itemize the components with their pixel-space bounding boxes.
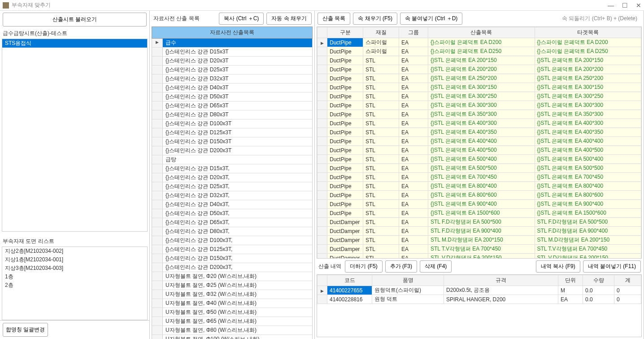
grid-row[interactable]: DuctPipeSTLEA{}STL 은폐덕트 EA 400*300{}STL … [318,119,641,128]
fill-button[interactable]: 속 채우기 (F5) [353,13,397,25]
grid-row[interactable]: DuctPipeSTLEA{}STL 은폐덕트 EA 350*300{}STL … [318,110,641,119]
grid-row[interactable]: DuctPipeSTLEA{}STL 은폐덕트 EA 900*400{}STL … [318,200,641,209]
grid-header[interactable]: 그룹 [399,27,428,38]
dict-list-row[interactable]: {}스테인리스 강관 D125x3T, [152,245,312,254]
dict-list-row[interactable]: 급수 [152,39,312,48]
dict-list-row[interactable]: {}스테인리스 강관 D65x3T, [152,218,312,227]
dict-list-row[interactable]: {}스테인리스 강관 D25x3T, [152,182,312,191]
detail-header[interactable]: 품명 [372,275,444,286]
detail-grid-wrap[interactable]: 코드품명규격단위수량계 41400227655원형덕트(스파이럴)D200x0.… [317,274,642,337]
close-button[interactable]: ✕ [636,2,641,9]
grid-row[interactable]: DuctPipeSTLEA{}STL 은폐덕트 EA 250*200{}STL … [318,74,641,83]
grid-row[interactable]: DuctPipeSTLEA{}STL 은폐덕트 EA 800*600{}STL … [318,191,641,200]
dict-list-row[interactable]: {}스테인리스 강관 D40x3T, [152,200,312,209]
detail-header[interactable]: 단위 [558,275,583,286]
detail-header[interactable]: 코드 [327,275,372,286]
dict-list-row[interactable]: {}스테인리스 강관 D32x3T, [152,191,312,200]
grid-row[interactable]: DuctPipeSTLEA{}STL 은폐덕트 EA 500*400{}STL … [318,155,641,164]
grid-row[interactable]: DuctPipeSTLEA{}STL 은폐덕트 EA 200*200{}STL … [318,65,641,74]
dict-list-row[interactable]: {}스테인리스 강관 D50x3T, [152,209,312,218]
autofill-button[interactable]: 자동 속 채우기 [266,13,312,25]
dict-list-row[interactable]: U자형볼트 절연, Φ20 (W/스리브,내화) [152,272,312,281]
grid-row[interactable]: DuctPipeSTLEA{}STL 은폐덕트 EA 400*350{}STL … [318,128,641,137]
dict-list-row[interactable]: {}스테인리스 강관 D80x3T, [152,227,312,236]
minimize-button[interactable]: — [608,2,614,9]
dict-list-row[interactable]: U자형볼트 절연, Φ25 (W/스리브,내화) [152,281,312,290]
grid-row[interactable]: DuctPipe스파이럴EA{}스파이럴 은폐덕트 EA D200{}스파이럴 … [318,38,641,47]
dict-list-row[interactable]: {}스테인리스 강관 D50x3T [152,92,312,101]
grid-row[interactable]: DuctPipeSTLEA{}STL 은폐덕트 EA 400*500{}STL … [318,146,641,155]
grid-row[interactable]: DuctPipe스파이럴EA{}스파이럴 은폐덕트 EA D250{}스파이럴 … [318,47,641,56]
maximize-button[interactable]: ☐ [622,2,628,9]
grid-row[interactable]: DuctDamperSTLEASTL V.D각형댐퍼 EA 200*150STL… [318,254,641,259]
grid-row[interactable]: DuctDamperSTLEASTL F.D각형댐퍼 EA 900*400STL… [318,227,641,236]
grid-row[interactable]: DuctDamperSTLEASTL M.D각형댐퍼 EA 200*150STL… [318,236,641,245]
main-grid: 구분재질그룹산출목록타겟목록 DuctPipe스파이럴EA{}스파이럴 은폐덕트… [317,27,641,259]
grid-header[interactable]: 구분 [327,27,363,38]
grid-row[interactable]: DuctPipeSTLEA{}STL 은폐덕트 EA 700*450{}STL … [318,173,641,182]
dict-list-row[interactable]: U자형볼트 절연, Φ100 (W/스리브,내화) [152,335,312,339]
grid-row[interactable]: DuctPipeSTLEA{}STL 은폐덕트 EA 400*400{}STL … [318,137,641,146]
grid-row[interactable]: DuctDamperSTLEASTL F.D각형댐퍼 EA 500*500STL… [318,218,641,227]
dict-list-row[interactable]: U자형볼트 절연, Φ80 (W/스리브,내화) [152,326,312,335]
detail-row[interactable]: 41400228816원형 덕트SPIRAL HANGER, D200EA0.0… [318,295,641,304]
dict-list-row[interactable]: U자형볼트 절연, Φ32 (W/스리브,내화) [152,290,312,299]
dict-list-row[interactable]: {}스테인리스 강관 D20x3T, [152,173,312,182]
detail-append-button[interactable]: 추가 (F3) [385,260,417,273]
dict-list-row[interactable]: 급탕 [152,155,312,164]
drawing-list-item[interactable]: 지상3층[M2102034-003] [2,264,147,273]
grid-row[interactable]: DuctPipeSTLEA{}STL 은폐덕트 EA 200*150{}STL … [318,56,641,65]
rename-batch-button[interactable]: 합명칭 일괄변경 [3,323,48,337]
dict-list-row[interactable]: {}스테인리스 강관 D200x3T, [152,263,312,272]
dict-list-row[interactable]: {}스테인리스 강관 D100x3T, [152,236,312,245]
output-list-button[interactable]: 산출 목록 [318,13,350,25]
grid-header[interactable]: 타겟목록 [535,27,641,38]
sheet-tree-item[interactable]: STS용접식 [2,39,147,48]
drawing-list-item[interactable]: 1층 [2,273,147,281]
grid-row[interactable]: DuctPipeSTLEA{}STL 은폐덕트 EA 300*300{}STL … [318,101,641,110]
dict-list-row[interactable]: {}스테인리스 강관 D25x3T [152,66,312,75]
grid-row[interactable]: DuctPipeSTLEA{}STL 은폐덕트 EA 300*250{}STL … [318,92,641,101]
dict-list-row[interactable]: {}스테인리스 강관 D40x3T [152,84,312,92]
dict-list-row[interactable]: {}스테인리스 강관 D80x3T [152,110,312,119]
dict-list-row[interactable]: {}스테인리스 강관 D150x3T, [152,254,312,263]
paste-attr-button[interactable]: 속 붙여넣기 (Ctrl ＋D) [400,13,462,25]
drawing-list-item[interactable]: 2층 [2,281,147,290]
detail-header[interactable]: 수량 [583,275,614,286]
dict-list-row[interactable]: {}스테인리스 강관 D32x3T [152,75,312,84]
grid-row[interactable]: DuctDamperSTLEASTL T.V각형댐퍼 EA 700*450STL… [318,245,641,254]
detail-row[interactable]: 41400227655원형덕트(스파이럴)D200x0.5t, 공조용M0.00 [318,286,641,295]
dict-list-row[interactable]: U자형볼트 절연, Φ50 (W/스리브,내화) [152,308,312,317]
dict-list-header: 자료사전 산출목록 [152,26,313,39]
detail-paste-button[interactable]: 내역 붙여넣기 (F11) [583,260,641,273]
grid-row[interactable]: DuctPipeSTLEA{}STL 은폐덕트 EA 800*400{}STL … [318,182,641,191]
dict-list-row[interactable]: {}스테인리스 강관 D20x3T [152,57,312,66]
main-grid-wrap[interactable]: 구분재질그룹산출목록타겟목록 DuctPipe스파이럴EA{}스파이럴 은폐덕트… [317,26,642,259]
detail-header[interactable]: 규격 [444,275,558,286]
grid-header[interactable]: 산출목록 [428,27,535,38]
drawing-list[interactable]: 지상2층[M2102034-002]지상1층[M2102034-001]지상3층… [2,247,148,320]
copy-button[interactable]: 복사 (Ctrl ＋C) [219,13,264,25]
dict-list-row[interactable]: {}스테인리스 강관 D15x3T, [152,164,312,173]
drawing-list-item[interactable]: 지상2층[M2102034-002] [2,247,147,255]
dict-list-row[interactable]: {}스테인리스 강관 D15x3T [152,48,312,57]
load-sheet-button[interactable]: 산출시트 불러오기 [3,13,147,26]
detail-delete-button[interactable]: 삭제 (F4) [420,260,452,273]
detail-add-button[interactable]: 더하기 (F5) [345,260,382,273]
dict-list-row[interactable]: U자형볼트 절연, Φ40 (W/스리브,내화) [152,299,312,308]
dict-list-row[interactable]: {}스테인리스 강관 D150x3T [152,137,312,146]
dict-list-row[interactable]: {}스테인리스 강관 D100x3T [152,119,312,128]
sheet-tree[interactable]: STS용접식 [2,39,148,232]
grid-row[interactable]: DuctPipeSTLEA{}STL 은폐덕트 EA 1500*600{}STL… [318,209,641,218]
grid-row[interactable]: DuctPipeSTLEA{}STL 은폐덕트 EA 300*150{}STL … [318,83,641,92]
detail-header[interactable]: 계 [614,275,641,286]
dict-list-row[interactable]: {}스테인리스 강관 D200x3T [152,146,312,155]
dict-list-row[interactable]: {}스테인리스 강관 D65x3T [152,101,312,110]
grid-row[interactable]: DuctPipeSTLEA{}STL 은폐덕트 EA 500*500{}STL … [318,164,641,173]
drawing-list-item[interactable]: 지상1층[M2102034-001] [2,255,147,264]
dict-list-row[interactable]: U자형볼트 절연, Φ65 (W/스리브,내화) [152,317,312,326]
grid-header[interactable]: 재질 [363,27,399,38]
dict-list[interactable]: 급수{}스테인리스 강관 D15x3T{}스테인리스 강관 D20x3T{}스테… [152,39,313,339]
dict-list-row[interactable]: {}스테인리스 강관 D125x3T [152,128,312,137]
detail-copy-button[interactable]: 내역 복사 (F9) [536,260,580,273]
